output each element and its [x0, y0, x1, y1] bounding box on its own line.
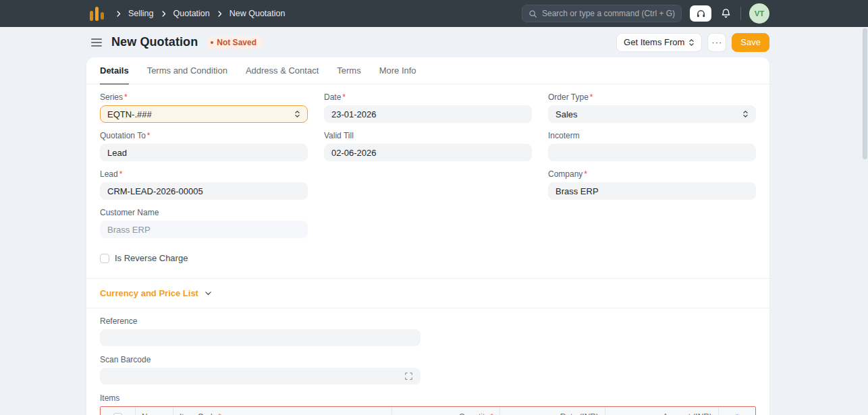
order-type-field: Order Type* Sales	[548, 92, 756, 123]
series-field: Series* EQTN-.###	[100, 92, 308, 123]
series-select[interactable]: EQTN-.###	[100, 105, 308, 123]
col-quantity: Quantity*	[392, 407, 500, 415]
customer-name-input: Brass ERP	[100, 221, 308, 238]
quotation-to-value: Lead	[107, 148, 127, 158]
save-button[interactable]: Save	[732, 33, 769, 52]
customer-name-value: Brass ERP	[107, 225, 151, 235]
chevron-down-icon	[204, 289, 213, 298]
table-settings-cell: ⚙	[719, 407, 755, 415]
checkbox-icon	[100, 254, 109, 263]
tab-terms-and-condition[interactable]: Terms and Condition	[147, 57, 227, 84]
is-reverse-charge-label: Is Reverse Charge	[115, 253, 188, 263]
is-reverse-charge-checkbox[interactable]: Is Reverse Charge	[100, 253, 308, 263]
order-type-value: Sales	[555, 109, 578, 119]
scan-barcode-input[interactable]	[100, 368, 421, 385]
required-marker: *	[119, 169, 123, 179]
chevron-right-icon	[216, 10, 223, 18]
series-value: EQTN-.###	[107, 109, 152, 119]
page-header: New Quotation Not Saved Get Items From ·…	[0, 27, 868, 57]
breadcrumb-selling[interactable]: Selling	[128, 9, 154, 18]
gear-icon[interactable]: ⚙	[733, 412, 741, 415]
navbar: Selling Quotation New Quotation VT	[0, 0, 868, 27]
bell-icon	[721, 8, 731, 19]
valid-till-input[interactable]: 02-06-2026	[324, 144, 532, 161]
required-marker: *	[147, 131, 151, 140]
breadcrumb-quotation[interactable]: Quotation	[173, 9, 210, 18]
incoterm-label: Incoterm	[548, 131, 580, 140]
customer-name-field: Customer Name Brass ERP	[100, 208, 308, 238]
get-items-from-button[interactable]: Get Items From	[616, 33, 702, 52]
required-marker: *	[590, 92, 593, 102]
items-label: Items	[100, 393, 756, 403]
status-badge-label: Not Saved	[217, 38, 256, 47]
search-input[interactable]	[542, 9, 675, 18]
tab-more-info[interactable]: More Info	[379, 57, 416, 84]
lead-value: CRM-LEAD-2026-00005	[107, 186, 203, 196]
date-input[interactable]: 23-01-2026	[324, 105, 532, 123]
company-value: Brass ERP	[555, 186, 599, 196]
breadcrumb-new-quotation[interactable]: New Quotation	[229, 9, 286, 18]
scrollbar-thumb[interactable]	[863, 28, 867, 159]
form-tabs: Details Terms and Condition Address & Co…	[86, 57, 769, 84]
col-no: No.	[136, 407, 173, 415]
more-options-button[interactable]: ···	[707, 33, 726, 52]
tab-terms[interactable]: Terms	[337, 57, 360, 84]
currency-price-list-label: Currency and Price List	[100, 288, 198, 298]
scan-barcode-field: Scan Barcode	[100, 355, 421, 385]
select-chevrons-icon	[294, 110, 300, 118]
reference-label: Reference	[100, 316, 137, 326]
date-label: Date	[324, 92, 341, 102]
avatar-initials: VT	[755, 9, 765, 18]
required-marker: *	[490, 412, 493, 415]
status-badge: Not Saved	[206, 36, 263, 49]
series-label: Series	[100, 92, 123, 102]
tab-address-contact[interactable]: Address & Contact	[246, 57, 319, 84]
quotation-to-select[interactable]: Lead	[100, 144, 308, 161]
valid-till-value: 02-06-2026	[331, 148, 377, 158]
notifications-button[interactable]	[720, 8, 732, 19]
lead-label: Lead	[100, 169, 118, 179]
required-marker: *	[124, 92, 128, 102]
company-input[interactable]: Brass ERP	[548, 182, 756, 200]
reference-field: Reference	[100, 316, 421, 346]
select-chevrons-icon	[742, 110, 749, 118]
details-form: Series* EQTN-.### Date* 23-01-2026 Order…	[86, 84, 769, 278]
get-items-from-label: Get Items From	[624, 37, 684, 47]
col-item-code: Item Code*	[173, 407, 392, 415]
help-button[interactable]	[690, 5, 711, 22]
page-title: New Quotation	[111, 35, 198, 49]
company-label: Company	[548, 169, 582, 179]
lead-input[interactable]: CRM-LEAD-2026-00005	[100, 182, 308, 200]
select-all-checkbox[interactable]	[113, 413, 122, 415]
items-section: Reference Scan Barcode Items No. Item Co…	[86, 308, 769, 415]
chevron-right-icon	[115, 10, 122, 18]
tab-details[interactable]: Details	[100, 57, 129, 84]
global-search[interactable]	[522, 5, 682, 22]
select-all-cell	[101, 407, 136, 415]
reference-input[interactable]	[100, 329, 421, 346]
valid-till-label: Valid Till	[324, 131, 354, 140]
chevron-right-icon	[160, 10, 167, 18]
form-card: Details Terms and Condition Address & Co…	[86, 57, 769, 415]
lead-field: Lead* CRM-LEAD-2026-00005	[100, 169, 308, 200]
incoterm-input[interactable]	[548, 144, 756, 161]
date-value: 23-01-2026	[331, 109, 377, 119]
company-field: Company* Brass ERP	[548, 169, 756, 200]
currency-price-list-section-toggle[interactable]: Currency and Price List	[86, 279, 769, 308]
order-type-select[interactable]: Sales	[548, 105, 756, 123]
scan-barcode-label: Scan Barcode	[100, 355, 151, 364]
required-marker: *	[584, 169, 587, 179]
app-logo[interactable]	[90, 6, 104, 21]
col-amount: Amount (INR)	[605, 407, 719, 415]
select-chevrons-icon	[688, 38, 695, 47]
valid-till-field: Valid Till 02-06-2026	[324, 131, 532, 161]
dot-icon	[211, 41, 213, 44]
items-table-header: No. Item Code* Quantity* Rate (INR) Amou…	[101, 407, 755, 415]
navbar-divider	[740, 7, 741, 20]
sidebar-toggle-icon[interactable]	[90, 37, 103, 48]
avatar[interactable]: VT	[749, 3, 769, 24]
search-icon	[528, 9, 537, 18]
required-marker: *	[342, 92, 346, 102]
col-rate: Rate (INR)	[500, 407, 605, 415]
order-type-label: Order Type	[548, 92, 589, 102]
